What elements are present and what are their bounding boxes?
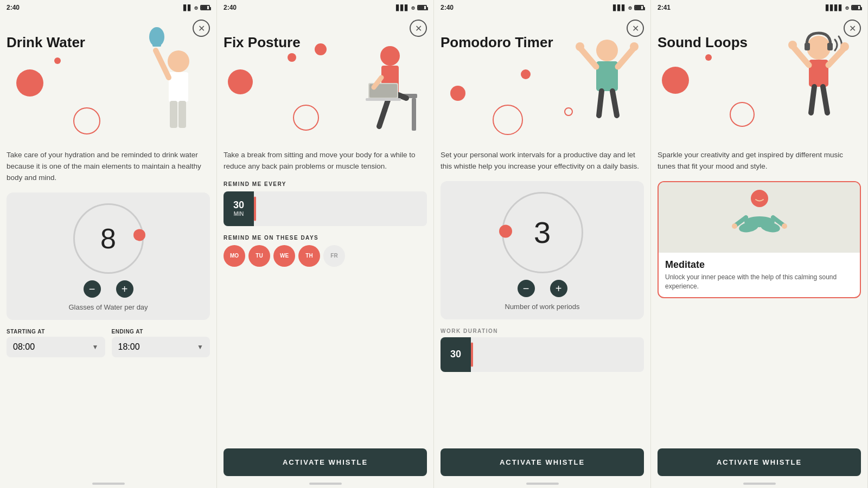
drink-water-illustration (130, 21, 216, 145)
activate-button-4[interactable]: ACTIVATE WHISTLE (658, 448, 861, 476)
time-2: 2:40 (224, 4, 237, 11)
status-icons-4: ▋▋▋▋ ⌾ (826, 4, 861, 11)
panel-drink-water: 2:40 ▋▋ ⌾ Drink Water ✕ (0, 0, 217, 488)
wifi-icon-3: ⌾ (628, 4, 632, 11)
battery-icon-4 (851, 5, 861, 10)
svg-rect-1 (152, 43, 161, 47)
chevron-down-end: ▼ (197, 343, 203, 351)
svg-point-26 (807, 36, 831, 60)
water-count: 8 (100, 222, 116, 255)
ending-at-label: ENDING AT (112, 329, 210, 335)
posture-illustration (336, 23, 433, 143)
end-time-value: 18:00 (118, 342, 140, 352)
dot-3b (521, 69, 531, 79)
svg-rect-27 (805, 43, 810, 50)
dot-dec-2 (54, 57, 61, 64)
svg-point-36 (751, 190, 768, 207)
dot-2b (288, 53, 296, 62)
close-button-2[interactable]: ✕ (410, 20, 427, 37)
day-tu[interactable]: TU (248, 245, 270, 267)
pom-stepper-row: − + (518, 280, 567, 297)
activate-button-2[interactable]: ACTIVATE WHISTLE (224, 448, 427, 476)
battery-icon-3 (634, 5, 644, 10)
content-2: Take a break from sitting and move your … (217, 145, 433, 448)
svg-line-34 (811, 87, 814, 113)
decrement-button[interactable]: − (84, 280, 101, 298)
remind-days-label: REMIND ME ON THESE DAYS (217, 235, 433, 241)
illustration-3: Pomodoro Timer ✕ (434, 15, 650, 145)
sound-card-image (659, 182, 860, 253)
content-4: Sparkle your creativity and get inspired… (651, 145, 867, 448)
dot-outline-2 (293, 105, 319, 131)
end-time-select[interactable]: 18:00 ▼ (112, 337, 210, 357)
ending-at-field: ENDING AT 18:00 ▼ (112, 329, 210, 357)
time-1: 2:40 (7, 4, 20, 11)
signal-icon-3: ▋▋▋ (613, 5, 626, 11)
description-4: Sparkle your creativity and get inspired… (651, 150, 867, 172)
time-3: 2:40 (441, 4, 454, 11)
day-th[interactable]: TH (298, 245, 320, 267)
svg-line-22 (599, 91, 602, 115)
svg-rect-16 (366, 98, 401, 101)
svg-point-25 (630, 42, 639, 51)
meditate-illustration (727, 185, 792, 250)
dot-4b (705, 54, 712, 61)
svg-rect-5 (170, 101, 177, 128)
svg-point-9 (380, 46, 400, 66)
pom-red-dot (499, 224, 512, 237)
svg-line-20 (580, 48, 596, 67)
status-bar-3: 2:40 ▋▋▋ ⌾ (434, 0, 650, 15)
panel-title-1: Drink Water (7, 35, 85, 50)
work-duration-label: WORK DURATION (434, 328, 650, 334)
svg-point-42 (732, 223, 737, 229)
status-bar-4: 2:41 ▋▋▋▋ ⌾ (651, 0, 867, 15)
close-button-3[interactable]: ✕ (627, 20, 644, 37)
start-time-select[interactable]: 08:00 ▼ (7, 337, 105, 357)
bottom-bar-3 (526, 483, 559, 485)
interval-unit: MIN (234, 211, 244, 217)
battery-icon-2 (417, 5, 427, 10)
dot-2c (315, 43, 327, 55)
day-mo[interactable]: MO (224, 245, 245, 267)
pom-increment-button[interactable]: + (550, 280, 567, 297)
work-duration-slider[interactable]: 30 (441, 337, 644, 372)
pomodoro-circle: 3 (502, 192, 583, 273)
day-fr[interactable]: FR (323, 245, 345, 267)
sound-card-title: Meditate (665, 259, 853, 271)
status-icons-2: ▋▋▋ ⌾ (396, 4, 427, 11)
svg-point-18 (596, 40, 618, 61)
dot-2a (228, 69, 253, 94)
increment-button[interactable]: + (116, 280, 133, 298)
signal-icon-4: ▋▋▋▋ (826, 5, 843, 11)
counter-label: Glasses of Water per day (68, 303, 148, 311)
slider-track (254, 196, 256, 221)
battery-icon-1 (200, 5, 210, 10)
day-we[interactable]: WE (273, 245, 295, 267)
dot-outline-1 (73, 107, 100, 134)
interval-slider-box[interactable]: 30 MIN (224, 191, 427, 226)
svg-rect-8 (412, 98, 416, 131)
svg-point-43 (782, 223, 787, 229)
start-time-value: 08:00 (13, 342, 35, 352)
interval-fill: 30 MIN (224, 191, 254, 226)
close-button-1[interactable]: ✕ (193, 20, 210, 37)
dot-4a (662, 67, 689, 94)
svg-rect-29 (809, 60, 828, 87)
status-bar-2: 2:40 ▋▋▋ ⌾ (217, 0, 433, 15)
description-1: Take care of your hydration and be remin… (0, 150, 216, 184)
time-row: STARTING AT 08:00 ▼ ENDING AT 18:00 ▼ (0, 329, 216, 357)
pom-decrement-button[interactable]: − (518, 280, 535, 297)
wifi-icon-4: ⌾ (845, 4, 849, 11)
close-button-4[interactable]: ✕ (844, 20, 861, 37)
activate-button-3[interactable]: ACTIVATE WHISTLE (441, 448, 644, 476)
dot-outline-4 (730, 102, 755, 127)
time-4: 2:41 (658, 4, 671, 11)
svg-point-33 (840, 42, 849, 51)
svg-point-2 (168, 50, 189, 72)
status-bar-1: 2:40 ▋▋ ⌾ (0, 0, 216, 15)
days-row: MO TU WE TH FR (217, 245, 433, 267)
dot-dec-1 (16, 69, 43, 97)
svg-rect-3 (169, 72, 188, 102)
sound-card-meditate[interactable]: Meditate Unlock your inner peace with th… (658, 181, 861, 299)
red-dot (133, 229, 145, 241)
